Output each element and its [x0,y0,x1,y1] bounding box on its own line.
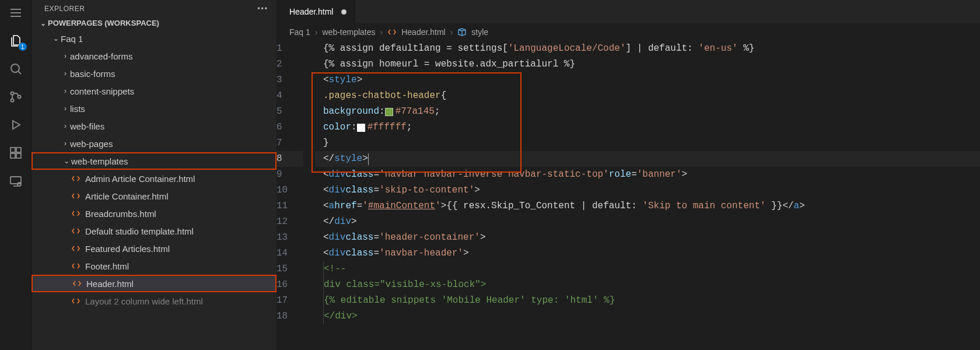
line-number: 10 [276,183,303,198]
code-line[interactable]: <!-- [315,261,980,277]
explorer-sidebar: EXPLORER ••• ⌄ POWERPAGES (WORKSPACE) ⌄F… [32,0,276,350]
file-item[interactable]: Featured Articles.html [32,240,276,257]
extensions-icon[interactable] [8,145,24,161]
file-item[interactable]: Layout 2 column wide left.html [32,292,276,310]
tab-bar: Header.html [276,0,980,23]
tree-item-label: basic-forms [70,69,116,79]
debug-icon[interactable] [8,117,24,133]
chevron-down-icon: ⌄ [38,19,48,27]
svg-line-4 [18,71,21,74]
line-number: 3 [276,72,303,88]
breadcrumb-item[interactable]: Header.html [401,27,445,37]
svg-point-3 [11,64,19,72]
chevron-right-icon: › [61,69,70,78]
folder-item[interactable]: ›lists [32,100,276,117]
breadcrumb-item[interactable]: style [471,27,488,37]
code-line[interactable]: <div class='navbar-header'> [315,246,980,261]
code-line[interactable]: <a href='#mainContent'>{{ resx.Skip_To_C… [315,198,980,214]
code-line[interactable]: <div class='navbar navbar-inverse navbar… [315,167,980,183]
workspace-row[interactable]: ⌄ POWERPAGES (WORKSPACE) [32,16,276,30]
line-number: 18 [276,309,303,324]
remote-explorer-icon[interactable] [8,173,24,189]
file-item[interactable]: Footer.html [32,257,276,275]
chevron-right-icon: › [61,104,70,113]
code-line[interactable]: </style> [315,151,980,167]
svg-point-6 [10,99,13,102]
line-number: 15 [276,261,303,277]
breadcrumbs[interactable]: Faq 1 › web-templates › Header.html › st… [276,23,980,41]
files-icon[interactable]: 1 [8,33,24,49]
code-editor[interactable]: 123456789101112131415161718 {% assign de… [276,41,980,350]
line-number: 12 [276,214,303,230]
breadcrumb-item[interactable]: web-templates [322,27,375,37]
folder-item[interactable]: ›web-files [32,117,276,135]
folder-item[interactable]: ›basic-forms [32,65,276,82]
sidebar-title: EXPLORER [44,5,85,13]
code-line[interactable]: <div class='header-container'> [315,230,980,246]
line-number: 11 [276,198,303,214]
html-file-icon [70,261,82,271]
chevron-right-icon: › [450,27,453,37]
file-item[interactable]: Article Container.html [32,187,276,205]
line-number: 17 [276,293,303,309]
file-item[interactable]: Header.html [32,275,276,292]
tree-item-label: web-files [70,121,104,131]
code-line[interactable]: {% editable snippets 'Mobile Header' typ… [315,293,980,309]
code-line[interactable]: <div class='skip-to-content'> [315,183,980,198]
code-line[interactable]: background: #77a145; [315,104,980,120]
code-line[interactable]: } [315,135,980,151]
menu-icon[interactable] [8,5,24,21]
code-line[interactable]: .pages-chatbot-header { [315,88,980,104]
svg-point-7 [18,96,20,99]
code-content[interactable]: {% assign defaultlang = settings['Langua… [315,41,980,350]
editor-area: Header.html Faq 1 › web-templates › Head… [276,0,980,350]
tab-header-html[interactable]: Header.html [276,0,355,23]
folder-item[interactable]: ›web-pages [32,135,276,152]
svg-rect-10 [16,148,21,152]
line-number: 6 [276,120,303,135]
tab-label: Header.html [289,7,333,16]
line-number: 7 [276,135,303,151]
line-number: 8 [276,151,303,167]
code-line[interactable]: </div> [315,214,980,230]
code-line[interactable]: <style> [315,72,980,88]
tree-item-label: Breadcrumbs.html [85,209,156,219]
tree-item-label: Header.html [86,279,134,289]
sidebar-header: EXPLORER ••• [32,0,276,16]
code-line[interactable]: color: #ffffff; [315,120,980,135]
line-number: 4 [276,88,303,104]
tree-item-label: web-templates [71,156,128,166]
folder-item[interactable]: ›advanced-forms [32,47,276,65]
html-file-icon [70,244,82,253]
chevron-right-icon: › [61,87,70,95]
source-control-icon[interactable] [8,89,24,105]
html-file-icon [387,27,397,37]
tree-item-label: Default studio template.html [85,226,194,236]
code-line[interactable]: </div> [315,309,980,324]
chevron-right-icon: › [61,139,70,148]
folder-item[interactable]: ›content-snippets [32,82,276,100]
chevron-right-icon: › [380,27,383,37]
code-line[interactable]: div class="visible-xs-block"> [315,277,980,293]
more-actions-icon[interactable]: ••• [257,5,268,13]
search-icon[interactable] [8,61,24,77]
file-item[interactable]: Admin Article Container.html [32,170,276,187]
file-tree: ⌄Faq 1›advanced-forms›basic-forms›conten… [32,30,276,310]
html-file-icon [71,279,83,288]
line-number: 13 [276,230,303,246]
code-line[interactable]: {% assign defaultlang = settings['Langua… [315,41,980,57]
folder-item[interactable]: ⌄web-templates [32,152,276,170]
chevron-down-icon: ⌄ [62,157,71,165]
code-line[interactable]: {% assign homeurl = website.adx_partialu… [315,57,980,72]
tree-item-label: Footer.html [85,261,129,271]
line-number: 9 [276,167,303,183]
file-item[interactable]: Breadcrumbs.html [32,205,276,222]
tree-item-label: content-snippets [70,86,134,96]
svg-marker-8 [13,121,20,129]
html-file-icon [70,174,82,183]
chevron-right-icon: › [61,122,70,130]
breadcrumb-item[interactable]: Faq 1 [289,27,310,37]
file-item[interactable]: Default studio template.html [32,222,276,240]
tree-item-label: Article Container.html [85,191,169,201]
folder-item[interactable]: ⌄Faq 1 [32,30,276,47]
